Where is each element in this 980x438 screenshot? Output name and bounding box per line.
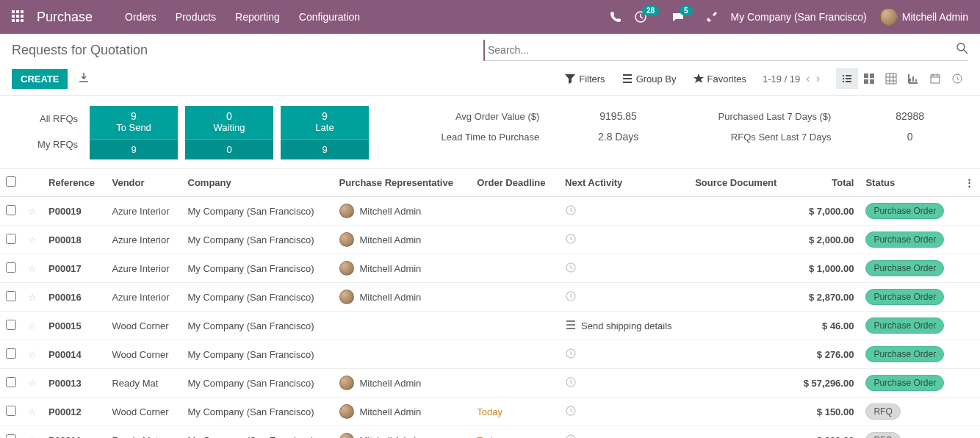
row-checkbox[interactable] bbox=[6, 377, 16, 387]
cell-source bbox=[689, 340, 791, 369]
clock-icon[interactable] bbox=[565, 351, 577, 362]
activity-send[interactable]: Send shipping details bbox=[565, 319, 672, 333]
star-icon[interactable]: ☆ bbox=[22, 340, 43, 369]
pager: 1-19 / 19 ‹ › bbox=[763, 72, 820, 85]
col-source[interactable]: Source Document bbox=[689, 169, 791, 197]
col-reference[interactable]: Reference bbox=[43, 169, 106, 197]
star-icon[interactable]: ☆ bbox=[22, 398, 43, 426]
view-pivot[interactable] bbox=[880, 68, 902, 89]
dash-card-1-my[interactable]: 0 bbox=[185, 139, 273, 159]
table-row[interactable]: ☆ P00017 Azure Interior My Company (San … bbox=[0, 254, 980, 283]
create-button[interactable]: CREATE bbox=[12, 69, 68, 89]
col-rep[interactable]: Purchase Representative bbox=[334, 169, 472, 197]
col-options[interactable]: ⋮ bbox=[959, 169, 980, 197]
table-row[interactable]: ☆ P00011 Ready Mat My Company (San Franc… bbox=[0, 426, 980, 439]
col-vendor[interactable]: Vendor bbox=[106, 169, 181, 197]
view-activity[interactable] bbox=[946, 68, 968, 89]
cell-reference: P00015 bbox=[43, 312, 106, 340]
cell-total: $ 2,000.00 bbox=[792, 226, 860, 254]
app-brand[interactable]: Purchase bbox=[37, 10, 93, 25]
dash-card-1[interactable]: 0 Waiting bbox=[185, 106, 273, 139]
groupby-button[interactable]: Group By bbox=[621, 73, 677, 85]
rep-name: Mitchell Admin bbox=[360, 378, 422, 389]
menu-configuration[interactable]: Configuration bbox=[299, 11, 360, 23]
dash-card-0[interactable]: 9 To Send bbox=[90, 106, 178, 139]
search-icon[interactable] bbox=[956, 43, 968, 57]
table-row[interactable]: ☆ P00015 Wood Corner My Company (San Fra… bbox=[0, 312, 980, 340]
select-all-checkbox[interactable] bbox=[6, 176, 16, 187]
row-checkbox[interactable] bbox=[6, 291, 16, 301]
messages-icon[interactable]: 5 bbox=[672, 11, 693, 23]
view-calendar[interactable] bbox=[924, 68, 946, 89]
view-graph[interactable] bbox=[902, 68, 924, 89]
activities-icon[interactable]: 28 bbox=[635, 11, 659, 23]
row-checkbox[interactable] bbox=[6, 434, 16, 439]
cell-reference: P00019 bbox=[43, 197, 106, 226]
favorites-button[interactable]: Favorites bbox=[693, 73, 746, 85]
clock-icon[interactable] bbox=[565, 207, 577, 218]
star-icon[interactable]: ☆ bbox=[22, 254, 43, 283]
cell-total: $ 300.00 bbox=[792, 426, 860, 439]
row-checkbox[interactable] bbox=[6, 320, 16, 330]
tools-icon[interactable] bbox=[706, 11, 718, 23]
phone-icon[interactable] bbox=[610, 11, 621, 23]
cell-activity bbox=[559, 426, 689, 439]
status-badge: Purchase Order bbox=[865, 260, 944, 276]
user-menu[interactable]: Mitchell Admin bbox=[880, 8, 968, 26]
star-icon[interactable]: ☆ bbox=[22, 369, 43, 398]
status-badge: Purchase Order bbox=[865, 231, 944, 248]
clock-icon[interactable] bbox=[565, 293, 577, 304]
view-kanban[interactable] bbox=[858, 68, 880, 89]
star-icon[interactable]: ☆ bbox=[22, 312, 43, 340]
col-deadline[interactable]: Order Deadline bbox=[471, 169, 559, 197]
dash-row-my[interactable]: My RFQs bbox=[12, 139, 78, 150]
pager-range[interactable]: 1-19 / 19 bbox=[763, 73, 800, 85]
svg-rect-3 bbox=[12, 15, 15, 18]
clock-icon[interactable] bbox=[565, 379, 577, 390]
row-checkbox[interactable] bbox=[6, 262, 16, 273]
cell-rep: Mitchell Admin bbox=[334, 254, 472, 283]
row-checkbox[interactable] bbox=[6, 205, 16, 215]
dash-row-all[interactable]: All RFQs bbox=[12, 113, 78, 124]
dash-card-2-my[interactable]: 9 bbox=[281, 139, 369, 159]
pager-next[interactable]: › bbox=[816, 72, 820, 85]
pager-prev[interactable]: ‹ bbox=[806, 72, 810, 85]
metric-value: 2.8 Days bbox=[560, 131, 677, 143]
row-checkbox[interactable] bbox=[6, 406, 16, 416]
filters-button[interactable]: Filters bbox=[564, 73, 605, 85]
company-switcher[interactable]: My Company (San Francisco) bbox=[731, 11, 867, 23]
col-activity[interactable]: Next Activity bbox=[559, 169, 689, 197]
table-row[interactable]: ☆ P00016 Azure Interior My Company (San … bbox=[0, 283, 980, 312]
table-row[interactable]: ☆ P00013 Ready Mat My Company (San Franc… bbox=[0, 369, 980, 398]
row-checkbox[interactable] bbox=[6, 348, 16, 359]
star-icon[interactable]: ☆ bbox=[22, 226, 43, 254]
menu-reporting[interactable]: Reporting bbox=[235, 11, 280, 23]
apps-icon[interactable] bbox=[12, 10, 24, 24]
dash-card-2[interactable]: 9 Late bbox=[281, 106, 369, 139]
clock-icon[interactable] bbox=[565, 265, 577, 276]
metric-value: 82988 bbox=[851, 110, 968, 122]
col-total[interactable]: Total bbox=[792, 169, 860, 197]
star-icon[interactable]: ☆ bbox=[22, 197, 43, 226]
table-row[interactable]: ☆ P00019 Azure Interior My Company (San … bbox=[0, 197, 980, 226]
menu-products[interactable]: Products bbox=[176, 11, 216, 23]
star-icon[interactable]: ☆ bbox=[22, 283, 43, 312]
table-row[interactable]: ☆ P00014 Wood Corner My Company (San Fra… bbox=[0, 340, 980, 369]
star-icon[interactable]: ☆ bbox=[22, 426, 43, 439]
clock-icon[interactable] bbox=[565, 408, 577, 419]
cell-reference: P00018 bbox=[43, 226, 106, 254]
col-status[interactable]: Status bbox=[860, 169, 959, 197]
cell-status: Purchase Order bbox=[860, 197, 959, 226]
import-button[interactable] bbox=[78, 72, 90, 86]
clock-icon[interactable] bbox=[565, 236, 577, 247]
search-input[interactable] bbox=[483, 40, 968, 61]
dash-card-0-my[interactable]: 9 bbox=[90, 139, 178, 159]
table-row[interactable]: ☆ P00012 Wood Corner My Company (San Fra… bbox=[0, 398, 980, 426]
table-row[interactable]: ☆ P00018 Azure Interior My Company (San … bbox=[0, 226, 980, 254]
view-list[interactable] bbox=[836, 68, 858, 89]
col-company[interactable]: Company bbox=[182, 169, 334, 197]
cell-reference: P00011 bbox=[43, 426, 106, 439]
row-checkbox[interactable] bbox=[6, 234, 16, 244]
menu-orders[interactable]: Orders bbox=[125, 11, 156, 23]
cell-company: My Company (San Francisco) bbox=[182, 197, 334, 226]
